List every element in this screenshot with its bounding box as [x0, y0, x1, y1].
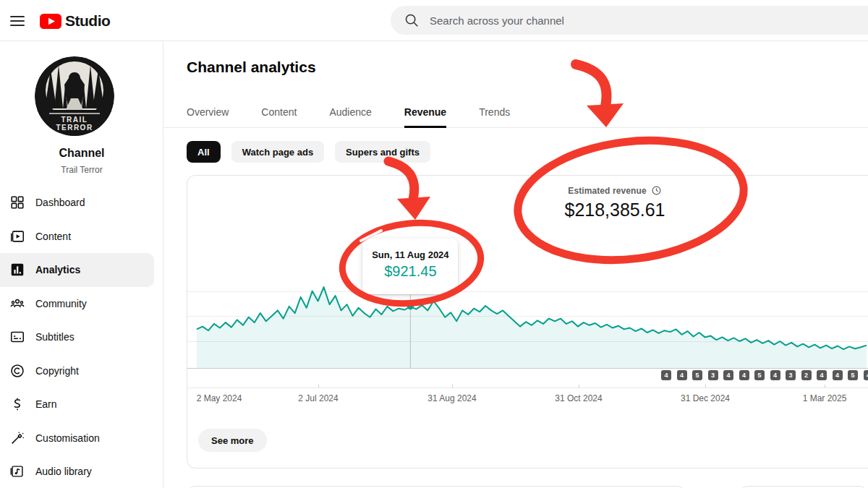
- upload-marker-badge[interactable]: 4: [739, 370, 749, 380]
- x-axis-tick: [825, 385, 825, 388]
- sidebar-item-label: Earn: [35, 398, 57, 410]
- x-axis-tick: [318, 385, 319, 388]
- sidebar-menu: DashboardContentAnalyticsCommunitySubtit…: [0, 186, 163, 488]
- sidebar-item-earn[interactable]: Earn: [0, 388, 163, 421]
- sidebar-item-subtitles[interactable]: Subtitles: [0, 320, 163, 354]
- sidebar-item-copyright[interactable]: Copyright: [0, 354, 163, 388]
- x-axis-tick: [705, 385, 706, 388]
- sidebar-item-dashboard[interactable]: Dashboard: [0, 186, 163, 220]
- analytics-tabs: OverviewContentAudienceRevenueTrends: [187, 96, 510, 128]
- gridline: [187, 316, 868, 317]
- upload-marker-badge[interactable]: 4: [661, 370, 671, 380]
- red-arrow-revenue: [576, 64, 607, 106]
- upload-marker-badge[interactable]: 4: [677, 370, 687, 380]
- trail-terror-logo: TRAIL TERROR: [35, 56, 114, 136]
- community-icon: [9, 295, 26, 312]
- copyright-icon: [9, 362, 26, 380]
- sidebar-item-label: Community: [35, 298, 87, 309]
- search-icon: [404, 12, 420, 28]
- audio-library-icon: [9, 463, 26, 480]
- x-axis-tick: [579, 385, 579, 388]
- x-axis-line: [187, 388, 868, 388]
- topbar: Studio: [0, 0, 868, 41]
- sidebar-item-label: Customisation: [35, 432, 100, 444]
- tooltip-date: Sun, 11 Aug 2024: [372, 249, 448, 260]
- youtube-studio-page: Studio T: [0, 0, 868, 488]
- sidebar-item-label: Dashboard: [35, 197, 85, 208]
- see-more-button[interactable]: See more: [198, 429, 267, 452]
- studio-wordmark: Studio: [65, 12, 110, 30]
- tab-overview[interactable]: Overview: [187, 96, 229, 128]
- upload-marker-badge[interactable]: 3: [708, 370, 718, 380]
- content-icon: [9, 228, 26, 245]
- chip-watch-page-ads[interactable]: Watch page ads: [231, 141, 324, 163]
- x-axis-tick-label: 2 Jul 2024: [298, 393, 338, 403]
- metric-label: Estimated revenue: [568, 186, 646, 196]
- menu-hamburger-icon[interactable]: [10, 13, 25, 27]
- dashboard-icon: [9, 194, 26, 211]
- channel-avatar[interactable]: TRAIL TERROR: [35, 56, 114, 136]
- sidebar: TRAIL TERROR Channel Trail Terror Dashbo…: [0, 41, 163, 488]
- chip-all[interactable]: All: [187, 141, 221, 163]
- x-axis-tick-label: 2 May 2024: [197, 393, 242, 403]
- gridline: [187, 291, 868, 292]
- revenue-filter-chips: AllWatch page adsSupers and gifts: [187, 141, 430, 163]
- sidebar-item-content[interactable]: Content: [0, 220, 163, 254]
- analytics-icon: [9, 261, 26, 278]
- page-title: Channel analytics: [187, 59, 316, 76]
- metric-value: $218,385.61: [564, 200, 665, 221]
- x-axis-tick-label: 1 Mar 2025: [803, 393, 847, 403]
- subtitles-icon: [9, 328, 26, 346]
- sidebar-item-audio-library[interactable]: Audio library: [0, 455, 163, 488]
- channel-name: Trail Terror: [0, 165, 163, 175]
- svg-text:TRAIL: TRAIL: [61, 116, 88, 124]
- upload-marker-badge[interactable]: 4: [864, 370, 868, 380]
- sidebar-item-customisation[interactable]: Customisation: [0, 421, 163, 455]
- upload-marker-badge[interactable]: 4: [817, 370, 827, 380]
- upload-marker-badge[interactable]: 5: [848, 370, 858, 380]
- sidebar-item-label: Copyright: [35, 365, 79, 377]
- customisation-icon: [9, 429, 26, 447]
- upload-marker-badge[interactable]: 4: [833, 370, 843, 380]
- clock-icon: [651, 185, 662, 196]
- search-bar[interactable]: [391, 6, 868, 35]
- x-axis-tick-label: 31 Aug 2024: [427, 393, 476, 403]
- svg-text:TERROR: TERROR: [56, 124, 93, 132]
- channel-title: Channel: [0, 147, 163, 160]
- x-axis-tick-label: 31 Oct 2024: [555, 393, 602, 403]
- youtube-play-icon: [40, 14, 61, 29]
- sidebar-item-analytics[interactable]: Analytics: [0, 253, 154, 287]
- sidebar-item-label: Subtitles: [35, 331, 75, 343]
- sidebar-item-label: Content: [35, 231, 71, 242]
- upload-marker-badge[interactable]: 2: [801, 370, 812, 380]
- x-axis-tick: [452, 385, 453, 388]
- upload-marker-badge[interactable]: 5: [754, 370, 765, 380]
- gridline: [187, 341, 868, 342]
- sidebar-item-label: Audio library: [35, 466, 92, 477]
- youtube-studio-logo[interactable]: Studio: [40, 12, 110, 30]
- chart-baseline: [187, 368, 868, 369]
- chip-supers-and-gifts[interactable]: Supers and gifts: [335, 141, 430, 163]
- tab-content[interactable]: Content: [261, 96, 297, 128]
- tab-revenue[interactable]: Revenue: [404, 96, 446, 128]
- upload-marker-badge[interactable]: 4: [723, 370, 733, 380]
- x-axis-tick-label: 31 Dec 2024: [681, 393, 730, 403]
- sidebar-item-community[interactable]: Community: [0, 287, 163, 321]
- tab-audience[interactable]: Audience: [329, 96, 371, 128]
- sidebar-item-label: Analytics: [35, 264, 80, 275]
- chart-tooltip: Sun, 11 Aug 2024 $921.45: [362, 239, 458, 294]
- earn-icon: [9, 395, 26, 413]
- tab-trends[interactable]: Trends: [479, 96, 510, 128]
- estimated-revenue-metric: Estimated revenue $218,385.61: [557, 185, 673, 221]
- upload-marker-badge[interactable]: 3: [786, 370, 796, 380]
- revenue-chart-card: [187, 175, 868, 468]
- search-input[interactable]: [430, 14, 835, 27]
- upload-marker-badge[interactable]: 5: [692, 370, 702, 380]
- upload-marker-badge[interactable]: 4: [770, 370, 780, 380]
- tooltip-value: $921.45: [384, 263, 436, 280]
